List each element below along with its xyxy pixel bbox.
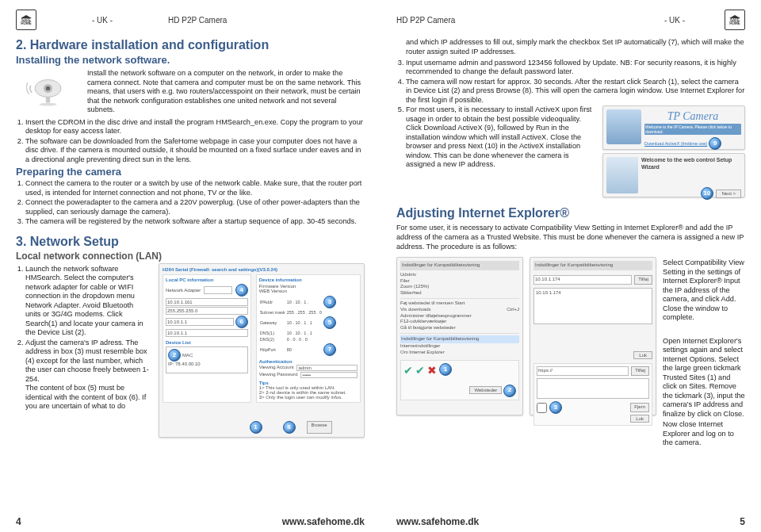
right-step-3: Input username admin and password 123456… xyxy=(406,59,745,77)
adjusting-ie-text: For some user, it is necessary to activa… xyxy=(396,224,745,252)
page-number-5: 5 xyxy=(740,516,745,527)
installing-title: Installing the network software. xyxy=(16,54,365,66)
intro-text: Install the network software on a comput… xyxy=(87,69,365,115)
install-step-2: The software can be downloaded from the … xyxy=(25,137,365,165)
marker-6: 6 xyxy=(235,316,248,328)
marker-2: 2 xyxy=(168,349,181,362)
footer-url-r: www.safehome.dk xyxy=(396,516,479,527)
ie-marker-2: 2 xyxy=(503,385,516,397)
install-step-1: Insert the CDROM in the disc drive and i… xyxy=(25,118,365,136)
header-uk: - UK - xyxy=(92,16,113,25)
lan-title: Local network connection (LAN) xyxy=(16,251,365,262)
wizard-screenshot: Welcome to the web control Setup Wizard … xyxy=(602,153,745,197)
continuation-text: and which IP addresses to fill out, simp… xyxy=(406,38,745,57)
marker-3: 3 xyxy=(323,296,336,308)
header-product-r: HD P2P Camera xyxy=(396,16,455,25)
marker-1: 1 xyxy=(250,421,262,434)
hmsearch-screenshot: H264 Serial (Firewall: search and settin… xyxy=(159,263,365,438)
header-uk-r: - UK - xyxy=(664,16,685,25)
require-https-checkbox[interactable] xyxy=(537,403,547,413)
compat-dialog-screenshot: Indstillinger for Kompatibilitetsvisning… xyxy=(530,257,656,415)
marker-10: 10 xyxy=(701,187,713,200)
net-step-2: Adjust the camera's IP adress. The addre… xyxy=(25,339,151,411)
right-step-5: For most users, it is necessary to insta… xyxy=(406,105,745,197)
header-right: HD P2P Camera - UK - SAFEHOME xyxy=(396,10,745,30)
page-number-4: 4 xyxy=(16,516,21,527)
compat-instructions-1: Select Compatibility View Setting in the… xyxy=(663,258,745,323)
marker-5: 5 xyxy=(323,316,336,329)
ie-menu-screenshot: Indstillinger for Kompatibilitetsvisning… xyxy=(396,257,523,415)
ie-marker-3: 3 xyxy=(549,401,562,414)
prep-step-2: Connect the poweradapter to the camera a… xyxy=(25,198,365,216)
ie-marker-1: 1 xyxy=(439,363,452,376)
right-step-4: The camera will now restart for approx. … xyxy=(406,78,745,105)
footer-url: www.safehome.dk xyxy=(282,516,365,527)
marker-7: 7 xyxy=(323,343,336,356)
net-step-1: Launch the network software HMSearch. Se… xyxy=(25,265,151,338)
adjusting-ie-title: Adjusting Internet Explorer® xyxy=(396,205,745,222)
header-left: SAFEHOME - UK - HD P2P Camera xyxy=(16,10,365,30)
svg-point-4 xyxy=(45,86,49,90)
preparing-title: Preparing the camera xyxy=(16,166,365,178)
marker-8: 8 xyxy=(283,421,296,434)
safehome-logo: SAFEHOME xyxy=(16,10,36,30)
prep-step-1: Connect the camera to the router or a sw… xyxy=(25,179,365,197)
compat-instructions-3: Now close Internet Explorer and log on t… xyxy=(663,420,745,448)
section-3-title: 3. Network Setup xyxy=(16,235,365,249)
svg-point-0 xyxy=(39,103,56,106)
tp-camera-screenshot: TP Camera Welcome to the IP Camera. Plea… xyxy=(602,105,745,150)
camera-icon xyxy=(16,67,79,115)
section-2-title: 2. Hardware installation and configurati… xyxy=(16,38,365,52)
marker-4: 4 xyxy=(235,284,248,297)
marker-9: 9 xyxy=(709,137,721,150)
compat-instructions-2: Open Internet Explorer's settings again … xyxy=(663,337,745,419)
safehome-logo-r: SAFEHOME xyxy=(725,10,745,30)
prep-step-3: The camera will be registered by the net… xyxy=(25,217,365,227)
header-product: HD P2P Camera xyxy=(168,16,227,25)
